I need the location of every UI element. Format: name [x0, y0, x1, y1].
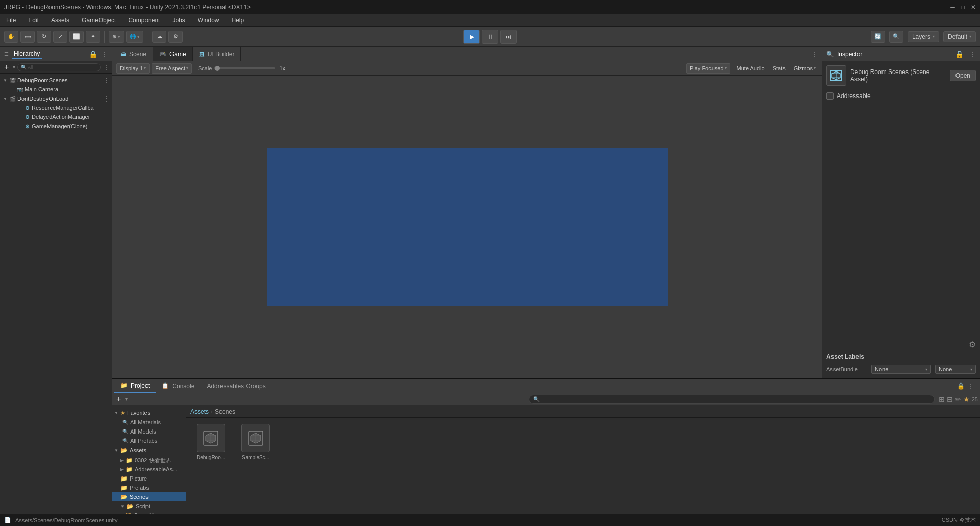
scale-slider[interactable] [214, 67, 275, 69]
project-content: ▼ ★ Favorites 🔍 All Materials 🔍 All Mode… [112, 405, 980, 526]
tree-dots-ddol[interactable]: ⋮ [103, 94, 110, 103]
sidebar-folder-0302[interactable]: ▶ 📁 0302-快看世界 [112, 456, 186, 465]
all-models-label: All Models [130, 428, 156, 435]
hierarchy-arrow-btn[interactable]: ▾ [13, 64, 15, 70]
menu-jobs[interactable]: Jobs [170, 16, 187, 25]
gizmos-arrow: ▾ [814, 66, 816, 70]
assets-arrow: ▼ [114, 448, 118, 453]
play-focused-btn[interactable]: Play Focused ▾ [686, 63, 730, 74]
sidebar-assets-header[interactable]: ▼ 📂 Assets [112, 445, 186, 456]
scene-asset-icon [826, 65, 846, 86]
inspector-title: Inspector [837, 51, 862, 58]
hierarchy-options-btn[interactable]: ⋮ [104, 64, 110, 71]
game-display-dropdown[interactable]: Display 1 ▾ [116, 63, 150, 74]
project-add-btn[interactable]: + [114, 395, 123, 404]
tab-scene[interactable]: 🏔 Scene [114, 47, 153, 61]
tab-uibuilder[interactable]: 🖼 UI Builder [193, 47, 241, 61]
sidebar-all-prefabs[interactable]: 🔍 All Prefabs [112, 436, 186, 445]
breadcrumb-assets[interactable]: Assets [190, 408, 209, 415]
maximize-btn[interactable]: □ [961, 4, 965, 11]
close-btn[interactable]: ✕ [971, 4, 976, 11]
tree-item-maincamera[interactable]: 📷 Main Camera [0, 85, 112, 94]
hierarchy-menu-btn[interactable]: ⋮ [101, 50, 108, 58]
hierarchy-add-btn[interactable]: + [2, 63, 11, 72]
cloud-btn[interactable]: ☁ [152, 31, 166, 43]
project-search-input[interactable]: 🔍 [529, 395, 935, 404]
tree-item-gamemanager[interactable]: ⚙ GameManager(Clone) [0, 122, 112, 131]
project-save-btn[interactable]: 🔒 [957, 382, 965, 390]
step-btn[interactable]: ⏭ [500, 30, 517, 44]
pause-btn[interactable]: ⏸ [482, 30, 498, 44]
inspector-menu-btn[interactable]: ⋮ [969, 50, 976, 58]
project-menu-btn[interactable]: ⋮ [968, 382, 974, 390]
favorites-arrow: ▼ [114, 411, 118, 415]
hierarchy-save-btn[interactable]: 🔒 [89, 50, 97, 58]
stats-btn[interactable]: Stats [771, 65, 788, 72]
sidebar-all-models[interactable]: 🔍 All Models [112, 427, 186, 436]
menu-edit[interactable]: Edit [26, 16, 41, 25]
tab-console[interactable]: 📋 Console [156, 379, 201, 393]
menu-help[interactable]: Help [230, 16, 247, 25]
sidebar-folder-script[interactable]: ▼ 📂 Script [112, 501, 186, 511]
menu-file[interactable]: File [4, 16, 18, 25]
tree-item-resourcemgr[interactable]: ⚙ ResourceManagerCallba [0, 103, 112, 112]
layers-btn[interactable]: Layers ▾ [908, 31, 939, 42]
pivot-btn[interactable]: ⊕ ▾ [109, 31, 124, 43]
inspector-settings-icon[interactable]: ⚙ [969, 340, 976, 349]
menu-window[interactable]: Window [195, 16, 222, 25]
default-layout-btn[interactable]: Default ▾ [943, 31, 976, 42]
game-aspect-dropdown[interactable]: Free Aspect ▾ [152, 63, 192, 74]
hand-tool-btn[interactable]: ✋ [4, 31, 18, 43]
project-grid-view-btn[interactable]: ⊟ [947, 395, 953, 403]
inspector-open-btn[interactable]: Open [950, 70, 976, 81]
gizmos-btn[interactable]: Gizmos ▾ [792, 65, 818, 72]
tree-dots-menu[interactable]: ⋮ [103, 76, 110, 84]
sidebar-folder-addressable[interactable]: ▶ 📁 AddressableAs... [112, 465, 186, 474]
assets-label: Assets [130, 447, 146, 453]
asset-bundle-variant-dropdown[interactable]: None ▾ [935, 365, 976, 374]
search-global-btn[interactable]: 🔍 [889, 31, 903, 43]
tabs-dots-menu[interactable]: ⋮ [808, 50, 820, 58]
hierarchy-search[interactable]: 🔍 All [17, 63, 101, 71]
tab-game[interactable]: 🎮 Game [153, 47, 193, 61]
mute-audio-btn[interactable]: Mute Audio [734, 65, 767, 72]
move-tool-btn[interactable]: ⟺ [20, 31, 35, 43]
project-pencil-btn[interactable]: ✏ [955, 395, 961, 403]
collab-btn[interactable]: ⚙ [168, 31, 183, 43]
project-list-view-btn[interactable]: ⊞ [939, 395, 945, 403]
unity-scene-icon [829, 68, 843, 83]
transform-tool-btn[interactable]: ✦ [86, 31, 100, 43]
file-item-debugroom[interactable]: DebugRoo... [190, 422, 231, 462]
menu-component[interactable]: Component [126, 16, 162, 25]
addressable-checkbox[interactable] [826, 92, 834, 100]
hierarchy-tab[interactable]: Hierarchy [12, 49, 42, 59]
sidebar-folder-scenes[interactable]: 📂 Scenes [112, 492, 186, 501]
play-btn[interactable]: ▶ [463, 30, 480, 44]
file-name-samplescene: SampleSc... [242, 455, 270, 460]
project-tab-label: Project [131, 382, 150, 389]
project-star-btn[interactable]: ★ [963, 395, 970, 403]
rect-tool-btn[interactable]: ⬜ [69, 31, 84, 43]
tree-item-dontdestroy[interactable]: ▼ 🎬 DontDestroyOnLoad ⋮ [0, 94, 112, 103]
tab-project[interactable]: 📁 Project [114, 379, 156, 393]
minimize-btn[interactable]: ─ [950, 4, 955, 11]
menu-assets[interactable]: Assets [49, 16, 71, 25]
menu-gameobject[interactable]: GameObject [80, 16, 118, 25]
sidebar-folder-picture[interactable]: 📁 Picture [112, 474, 186, 483]
sidebar-favorites-header[interactable]: ▼ ★ Favorites [112, 408, 186, 418]
file-item-samplescene[interactable]: SampleSc... [235, 422, 276, 462]
asset-bundle-dropdown[interactable]: None ▾ [871, 365, 931, 374]
sidebar-folder-prefabs[interactable]: 📁 Prefabs [112, 483, 186, 492]
sidebar-all-materials[interactable]: 🔍 All Materials [112, 418, 186, 427]
tab-addressables[interactable]: Addressables Groups [201, 379, 272, 393]
inspector-lock-btn[interactable]: 🔒 [955, 50, 964, 58]
cloud-sync-btn[interactable]: 🔄 [871, 31, 885, 43]
breadcrumb-scenes[interactable]: Scenes [215, 408, 235, 415]
default-label: Default [948, 33, 967, 40]
project-arrow-btn[interactable]: ▾ [125, 396, 128, 402]
global-btn[interactable]: 🌐 ▾ [126, 31, 143, 43]
tree-item-delayedaction[interactable]: ⚙ DelayedActionManager [0, 112, 112, 122]
scale-tool-btn[interactable]: ⤢ [53, 31, 67, 43]
tree-item-debugroomscenes[interactable]: ▼ 🎬 DebugRoomScenes ⋮ [0, 76, 112, 85]
rotate-tool-btn[interactable]: ↻ [37, 31, 51, 43]
